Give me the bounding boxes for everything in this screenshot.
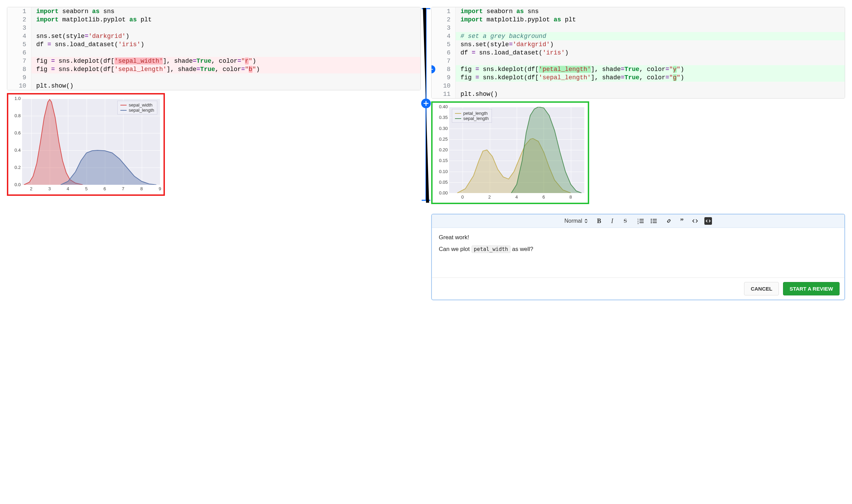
code-line[interactable]: 7fig = sns.kdeplot(df['sepal_width'], sh… [7, 57, 420, 65]
code-line[interactable]: 4# set a grey background [432, 32, 845, 40]
x-tick-label: 2 [488, 194, 491, 200]
blockquote-button[interactable]: ” [678, 217, 686, 225]
x-tick-label: 6 [103, 186, 106, 191]
y-tick-label: 0.40 [439, 104, 448, 109]
code-line[interactable]: 8fig = sns.kdeplot(df['sepal_length'], s… [7, 65, 420, 73]
y-tick-label: 0.35 [439, 115, 448, 120]
code-line[interactable]: 1import seaborn as sns [432, 7, 845, 16]
legend: petal_lengthsepal_length [452, 109, 492, 123]
comment-actions: CANCEL START A REVIEW [432, 278, 844, 300]
diff-right-pane: 1import seaborn as sns2import matplotlib… [431, 7, 845, 300]
code-line[interactable]: 3 [7, 24, 420, 32]
x-tick-label: 5 [85, 186, 88, 191]
line-content: plt.show() [31, 82, 420, 90]
code-line[interactable]: 3 [432, 24, 845, 32]
code-block-old[interactable]: 1import seaborn as sns2import matplotlib… [7, 7, 421, 90]
bold-button[interactable]: B [595, 217, 603, 225]
line-content [31, 49, 420, 57]
y-tick-label: 1.0 [14, 96, 21, 101]
italic-button[interactable]: I [608, 217, 616, 225]
x-tick-label: 3 [48, 186, 51, 191]
code-line[interactable]: 11plt.show() [432, 90, 845, 98]
code-block-new[interactable]: 1import seaborn as sns2import matplotlib… [431, 7, 845, 99]
code-line[interactable]: 10plt.show() [7, 82, 420, 90]
line-number: 5 [432, 40, 456, 49]
legend-item: sepal_width [120, 102, 154, 108]
diff-container: 1import seaborn as sns2import matplotlib… [7, 7, 845, 300]
review-comment-box: Normal B I S 123 [431, 214, 845, 300]
comment-line: Can we plot petal_width as well? [439, 246, 838, 253]
code-line[interactable]: 1import seaborn as sns [7, 7, 420, 16]
line-number: 4 [7, 32, 31, 40]
line-content: df = sns.load_dataset('iris') [456, 49, 845, 57]
x-tick-label: 2 [30, 186, 32, 191]
x-tick-label: 6 [542, 194, 545, 200]
line-number: 2 [7, 16, 31, 24]
line-number: 2 [432, 16, 456, 24]
y-tick-label: 0.05 [439, 180, 448, 185]
unordered-list-button[interactable] [650, 217, 657, 225]
y-tick-label: 0.00 [439, 190, 448, 195]
code-line[interactable]: 6 [7, 49, 420, 57]
left-chart: sepal_widthsepal_length0.00.20.40.60.81.… [7, 93, 165, 196]
svg-point-6 [651, 219, 652, 220]
cancel-button[interactable]: CANCEL [744, 282, 779, 295]
code-button[interactable] [691, 217, 699, 225]
code-line[interactable]: 2import matplotlib.pyplot as plt [7, 16, 420, 24]
line-number: 9 [432, 73, 456, 82]
heading-style-label: Normal [564, 218, 582, 224]
code-line[interactable]: 7 [432, 57, 845, 65]
line-number: 3 [432, 24, 456, 32]
y-tick-label: 0.6 [14, 130, 21, 135]
line-number: 7 [7, 57, 31, 65]
x-tick-label: 8 [140, 186, 143, 191]
y-tick-label: 0.0 [14, 182, 21, 187]
line-content: # set a grey background [456, 32, 845, 40]
code-line[interactable]: 5sns.set(style='darkgrid') [432, 40, 845, 49]
code-line[interactable]: 9fig = sns.kdeplot(df['sepal_length'], s… [432, 73, 845, 82]
code-line[interactable]: 4sns.set(style='darkgrid') [7, 32, 420, 40]
y-tick-label: 0.30 [439, 126, 448, 131]
x-tick-label: 4 [67, 186, 69, 191]
plot-area: petal_lengthsepal_length [449, 107, 584, 193]
line-number: 11 [432, 90, 456, 98]
ordered-list-button[interactable]: 123 [637, 217, 644, 225]
code-line[interactable]: 9 [7, 73, 420, 82]
line-content: plt.show() [456, 90, 845, 98]
y-tick-label: 0.15 [439, 158, 448, 163]
comment-textarea[interactable]: Great work! Can we plot petal_width as w… [432, 228, 844, 278]
y-tick-label: 0.8 [14, 113, 21, 118]
right-chart: petal_lengthsepal_length0.000.050.100.15… [431, 101, 589, 204]
line-content: sns.set(style='darkgrid') [456, 40, 845, 49]
code-line[interactable]: 8fig = sns.kdeplot(df['petal_length'], s… [432, 65, 845, 73]
code-line[interactable]: 10 [432, 82, 845, 90]
heading-style-select[interactable]: Normal [564, 218, 588, 224]
code-block-button[interactable] [704, 217, 712, 225]
code-line[interactable]: 6df = sns.load_dataset('iris') [432, 49, 845, 57]
start-review-button[interactable]: START A REVIEW [783, 282, 840, 295]
add-line-comment-button-center[interactable] [421, 99, 431, 108]
line-number: 9 [7, 73, 31, 82]
x-tick-label: 7 [122, 186, 124, 191]
line-content: fig = sns.kdeplot(df['petal_length'], sh… [456, 65, 845, 73]
line-number: 1 [432, 7, 456, 16]
link-button[interactable] [665, 217, 673, 225]
legend-item: sepal_length [120, 108, 154, 113]
line-content [31, 24, 420, 32]
x-tick-label: 4 [515, 194, 518, 200]
y-tick-label: 0.10 [439, 169, 448, 174]
y-tick-label: 0.25 [439, 137, 448, 142]
legend-item: petal_length [455, 111, 489, 116]
strikethrough-button[interactable]: S [622, 217, 629, 225]
code-line[interactable]: 5df = sns.load_dataset('iris') [7, 40, 420, 49]
line-content: fig = sns.kdeplot(df['sepal_length'], sh… [31, 65, 420, 73]
line-content [31, 73, 420, 82]
svg-point-8 [651, 222, 652, 223]
code-line[interactable]: 2import matplotlib.pyplot as plt [432, 16, 845, 24]
diff-left-pane: 1import seaborn as sns2import matplotlib… [7, 7, 421, 300]
comment-toolbar: Normal B I S 123 [432, 214, 844, 228]
svg-text:3: 3 [637, 222, 639, 224]
legend-item: sepal_length [455, 116, 489, 121]
line-content [456, 24, 845, 32]
line-number: 5 [7, 40, 31, 49]
